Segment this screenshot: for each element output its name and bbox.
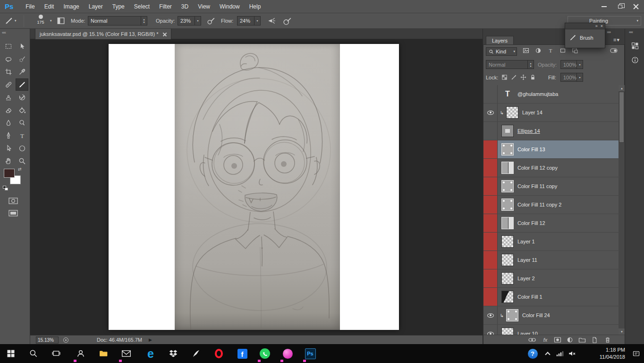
layer-row-layer-2[interactable]: Layer 2 — [483, 269, 619, 288]
app-icon-dropbox[interactable] — [162, 344, 184, 363]
app-icon-mail[interactable] — [115, 344, 137, 363]
layer-filter-dropdown[interactable]: Kind ▾ — [486, 47, 517, 56]
lasso-tool[interactable] — [2, 53, 15, 65]
menu-view[interactable]: View — [193, 0, 215, 13]
lock-position-button[interactable] — [519, 73, 527, 81]
layer-row-color-fill-13[interactable]: Color Fill 13 — [483, 140, 619, 159]
layer-thumbnail[interactable] — [501, 254, 514, 266]
layer-visibility-toggle[interactable] — [483, 288, 498, 306]
pressure-opacity-button[interactable] — [207, 17, 215, 25]
layer-thumbnail[interactable] — [501, 125, 514, 137]
dodge-tool[interactable] — [16, 117, 28, 129]
collapsed-panel-info[interactable] — [628, 54, 642, 66]
collapse-panel-icon[interactable]: » — [595, 24, 598, 28]
close-button[interactable] — [628, 0, 644, 13]
layer-name[interactable]: Layer 10 — [517, 331, 538, 335]
screen-mode-button[interactable] — [8, 209, 18, 217]
menu-type[interactable]: Type — [108, 0, 129, 13]
move-tool[interactable] — [16, 40, 28, 52]
canvas-pasteboard[interactable] — [30, 39, 483, 335]
menu-file[interactable]: File — [21, 0, 39, 13]
menu-filter[interactable]: Filter — [154, 0, 177, 13]
layer-row-color-fill-11-copy-2[interactable]: Color Fill 11 copy 2 — [483, 196, 619, 214]
layer-visibility-toggle[interactable] — [483, 233, 498, 251]
app-icon-file-explorer[interactable] — [93, 344, 114, 363]
layer-row-color-fill-12[interactable]: Color Fill 12 — [483, 214, 619, 233]
app-icon-edge[interactable]: e — [140, 344, 161, 363]
pen-tool[interactable] — [2, 130, 15, 142]
layer-fill-field[interactable]: 100% ▾ — [560, 73, 583, 82]
layer-name[interactable]: Layer 1 — [517, 239, 535, 244]
app-icon-facebook[interactable]: f — [231, 344, 253, 363]
menu-window[interactable]: Window — [215, 0, 245, 13]
layer-name[interactable]: Color Fill 1 — [517, 294, 542, 300]
layer-row-color-fill-11-copy[interactable]: Color Fill 11 copy — [483, 177, 619, 196]
tray-volume-icon[interactable] — [565, 344, 580, 363]
chevron-down-icon[interactable]: ▾ — [50, 19, 52, 23]
brush-panel-body[interactable]: Brush — [565, 29, 605, 41]
flow-field[interactable]: 24% ▾ — [237, 16, 261, 26]
airbrush-button[interactable] — [267, 17, 276, 25]
menu-3d[interactable]: 3D — [177, 0, 193, 13]
layer-style-button[interactable]: fx — [540, 336, 551, 344]
layer-thumbnail[interactable] — [501, 291, 514, 303]
layer-visibility-toggle[interactable] — [483, 85, 498, 103]
filter-toggle-switch[interactable] — [609, 46, 619, 55]
close-tab-icon[interactable] — [162, 32, 167, 36]
layer-name[interactable]: Color Fill 11 copy 2 — [517, 202, 561, 207]
layer-name[interactable]: Layer 14 — [522, 110, 542, 115]
collapsed-panel-swatches[interactable] — [628, 40, 642, 52]
layers-panel-tab[interactable]: Layers — [486, 36, 514, 44]
new-adjustment-layer-button[interactable] — [565, 336, 575, 344]
layer-row-color-fill-12-copy[interactable]: Color Fill 12 copy — [483, 159, 619, 177]
layer-visibility-toggle[interactable] — [483, 325, 498, 335]
tool-preset-picker[interactable]: ▾ — [5, 17, 17, 25]
layer-opacity-field[interactable]: 100% ▾ — [560, 60, 583, 69]
menu-help[interactable]: Help — [245, 0, 266, 13]
app-icon-paint[interactable] — [277, 344, 298, 363]
expand-panels-icon[interactable]: «« — [629, 30, 633, 35]
brush-preset-picker[interactable]: 175 — [31, 15, 50, 27]
eraser-tool[interactable] — [2, 104, 15, 116]
layer-visibility-toggle[interactable] — [483, 177, 498, 195]
lock-all-button[interactable] — [528, 73, 537, 81]
layer-visibility-toggle[interactable] — [483, 214, 498, 232]
layer-visibility-toggle[interactable] — [483, 269, 498, 287]
rectangular-marquee-tool[interactable] — [2, 40, 15, 52]
filter-pixel-layers-button[interactable] — [521, 46, 531, 55]
layer-thumbnail[interactable] — [501, 180, 514, 192]
layer-name[interactable]: Color Fill 24 — [522, 312, 550, 318]
tray-help-icon[interactable]: ? — [523, 344, 542, 363]
start-button[interactable] — [0, 344, 22, 363]
opacity-field[interactable]: 23% ▾ — [178, 16, 201, 26]
layer-thumbnail[interactable] — [501, 328, 514, 335]
layer-thumbnail[interactable] — [501, 143, 514, 156]
layer-row-ghulammujtaba[interactable]: T @ghulammujtaba — [483, 85, 619, 104]
layer-thumbnail[interactable] — [501, 217, 514, 229]
floating-brush-panel[interactable]: » × Brush — [565, 23, 605, 48]
layer-visibility-toggle[interactable] — [483, 159, 498, 177]
history-brush-tool[interactable] — [16, 91, 28, 104]
menu-edit[interactable]: Edit — [40, 0, 59, 13]
layer-row-layer-14[interactable]: ↳ Layer 14 — [483, 104, 619, 122]
layer-thumbnail[interactable] — [506, 106, 518, 119]
task-view-button[interactable] — [45, 344, 67, 363]
pressure-size-button[interactable] — [283, 17, 292, 25]
layer-name[interactable]: Color Fill 13 — [517, 147, 545, 152]
hand-tool[interactable] — [2, 155, 15, 167]
layer-name[interactable]: Ellipse 14 — [517, 128, 540, 134]
minimize-button[interactable] — [596, 0, 612, 13]
foreground-color-swatch[interactable] — [4, 169, 15, 178]
toggle-brush-panel-button[interactable] — [57, 17, 65, 25]
collapse-toolbox-icon[interactable]: «« — [2, 30, 6, 35]
collapse-panels-icon[interactable]: »» — [607, 30, 610, 35]
layer-thumbnail[interactable] — [501, 235, 514, 248]
document-canvas[interactable] — [109, 44, 399, 330]
ellipse-tool[interactable] — [16, 142, 28, 155]
paint-bucket-tool[interactable] — [16, 104, 28, 116]
filter-type-layers-button[interactable]: T — [545, 46, 556, 55]
type-tool[interactable]: T — [16, 130, 28, 142]
lock-pixels-button[interactable] — [509, 73, 518, 81]
taskbar-clock[interactable]: 1:18 PM 11/04/2018 — [600, 346, 625, 361]
layer-visibility-toggle[interactable] — [483, 122, 498, 140]
